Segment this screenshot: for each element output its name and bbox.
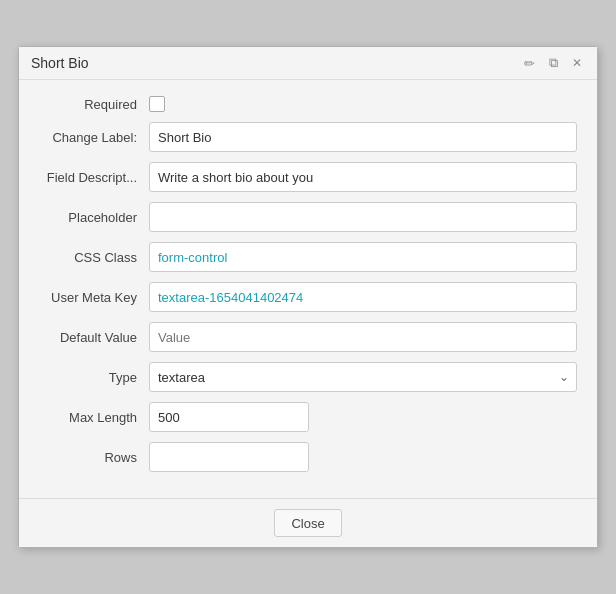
dialog-body: Required Change Label: Field Descript...…: [19, 80, 597, 498]
required-checkbox[interactable]: [149, 96, 165, 112]
css-class-input[interactable]: [149, 242, 577, 272]
field-desc-row: Field Descript...: [39, 162, 577, 192]
required-row: Required: [39, 96, 577, 112]
default-value-input[interactable]: [149, 322, 577, 352]
type-label: Type: [39, 370, 149, 385]
css-class-label: CSS Class: [39, 250, 149, 265]
dialog-short-bio: Short Bio Required Change Label: Field D…: [18, 46, 598, 548]
dialog-title-bar: Short Bio: [19, 47, 597, 80]
max-length-input[interactable]: [149, 402, 309, 432]
edit-icon[interactable]: [521, 55, 537, 71]
css-class-row: CSS Class: [39, 242, 577, 272]
required-label: Required: [39, 97, 149, 112]
rows-label: Rows: [39, 450, 149, 465]
type-row: Type textarea text email url number ⌄: [39, 362, 577, 392]
field-desc-input[interactable]: [149, 162, 577, 192]
dialog-title: Short Bio: [31, 55, 89, 71]
title-icons: [521, 55, 585, 71]
max-length-label: Max Length: [39, 410, 149, 425]
rows-input[interactable]: [149, 442, 309, 472]
placeholder-input[interactable]: [149, 202, 577, 232]
default-value-row: Default Value: [39, 322, 577, 352]
placeholder-label: Placeholder: [39, 210, 149, 225]
dialog-footer: Close: [19, 498, 597, 547]
change-label-input[interactable]: [149, 122, 577, 152]
max-length-row: Max Length: [39, 402, 577, 432]
type-select[interactable]: textarea text email url number: [149, 362, 577, 392]
user-meta-key-label: User Meta Key: [39, 290, 149, 305]
type-select-wrapper: textarea text email url number ⌄: [149, 362, 577, 392]
change-label-label: Change Label:: [39, 130, 149, 145]
field-desc-label: Field Descript...: [39, 170, 149, 185]
default-value-label: Default Value: [39, 330, 149, 345]
change-label-row: Change Label:: [39, 122, 577, 152]
dialog-close-icon[interactable]: [569, 55, 585, 71]
user-meta-key-input[interactable]: [149, 282, 577, 312]
placeholder-row: Placeholder: [39, 202, 577, 232]
user-meta-key-row: User Meta Key: [39, 282, 577, 312]
close-button[interactable]: Close: [274, 509, 341, 537]
rows-row: Rows: [39, 442, 577, 472]
copy-icon[interactable]: [545, 55, 561, 71]
